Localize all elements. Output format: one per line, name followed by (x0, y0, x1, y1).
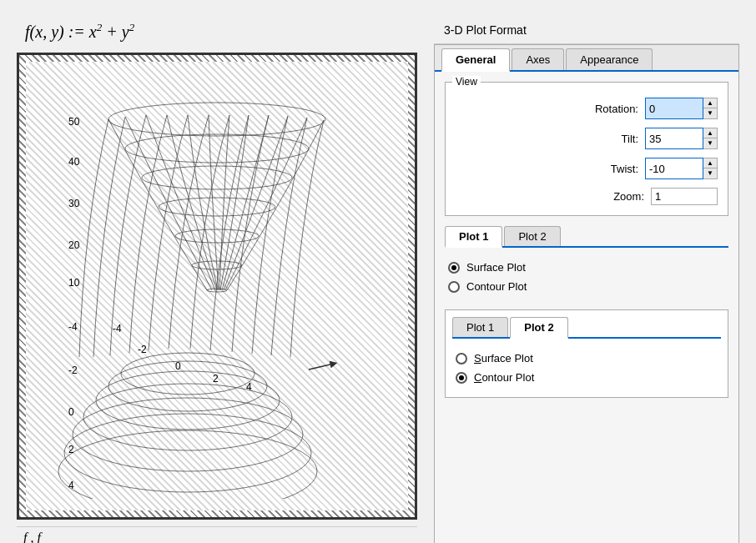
dialog-body: General Axes Appearance View Rotation: ▲… (434, 44, 739, 543)
tab-appearance[interactable]: Appearance (566, 48, 653, 70)
rotation-spinner: ▲ ▼ (645, 98, 718, 119)
svg-text:0: 0 (175, 360, 181, 372)
rotation-up-btn[interactable]: ▲ (703, 98, 717, 108)
svg-point-8 (159, 198, 275, 216)
twist-spinner-btns: ▲ ▼ (703, 158, 718, 179)
svg-text:50: 50 (68, 116, 80, 128)
view-group-label: View (452, 76, 481, 88)
tilt-label: Tilt: (588, 133, 638, 145)
main-tabs-row: General Axes Appearance (435, 45, 738, 72)
twist-spinner: ▲ ▼ (645, 158, 718, 179)
twist-input[interactable] (645, 158, 703, 179)
tilt-row: Tilt: ▲ ▼ (456, 128, 718, 149)
plot2-surface-option[interactable]: Surface Plot (456, 352, 718, 365)
plot2-section: Plot 1 Plot 2 Surface Plot Contour Plot (445, 309, 728, 398)
tilt-spinner: ▲ ▼ (645, 128, 718, 149)
svg-point-5 (108, 103, 325, 136)
tilt-down-btn[interactable]: ▼ (703, 138, 717, 148)
twist-up-btn[interactable]: ▲ (703, 158, 717, 168)
content-area: View Rotation: ▲ ▼ Tilt: (435, 72, 738, 543)
view-group: View Rotation: ▲ ▼ Tilt: (445, 82, 728, 216)
plot1-section: Plot 1 Plot 2 Surface Plot Contour Plot (445, 226, 728, 299)
formula: f(x, y) := x2 + y2 (17, 17, 417, 46)
plot1-surface-option[interactable]: Surface Plot (448, 261, 725, 274)
plot1-surface-label: Surface Plot (466, 261, 526, 274)
zoom-row: Zoom: (456, 188, 718, 205)
right-panel: 3-D Plot Format General Axes Appearance … (434, 17, 739, 543)
plot2-surface-radio[interactable] (456, 353, 467, 365)
svg-point-16 (73, 398, 303, 471)
svg-text:20: 20 (68, 239, 80, 251)
rotation-spinner-btns: ▲ ▼ (703, 98, 718, 119)
plot1-contour-label: Contour Plot (466, 280, 527, 293)
twist-label: Twist: (588, 163, 638, 175)
rotation-input[interactable] (645, 98, 703, 119)
plot1-tab1[interactable]: Plot 1 (445, 226, 502, 248)
plot2-surface-label: Surface Plot (474, 352, 533, 365)
svg-point-17 (64, 414, 311, 492)
plot2-tab2[interactable]: Plot 2 (510, 317, 567, 339)
plot-label: f , f (17, 526, 417, 543)
svg-point-7 (142, 166, 292, 189)
tab-axes[interactable]: Axes (512, 48, 564, 70)
svg-point-13 (108, 361, 267, 411)
dialog-title: 3-D Plot Format (434, 17, 739, 44)
tilt-input[interactable] (645, 128, 703, 149)
plot2-tab1[interactable]: Plot 1 (452, 317, 508, 337)
svg-text:30: 30 (68, 198, 80, 209)
tab-general[interactable]: General (441, 48, 510, 72)
plot1-tabs-row: Plot 1 Plot 2 (445, 226, 728, 248)
svg-point-6 (125, 134, 309, 163)
svg-text:2: 2 (68, 444, 74, 455)
rotation-down-btn[interactable]: ▼ (703, 108, 717, 118)
svg-text:-4: -4 (113, 323, 122, 334)
zoom-input[interactable] (651, 188, 718, 205)
plot2-contour-option[interactable]: Contour Plot (456, 371, 718, 384)
plot-container: 50 40 30 20 10 (17, 53, 417, 520)
rotation-label: Rotation: (588, 103, 638, 115)
svg-line-29 (309, 364, 334, 370)
plot2-contour-label: Contour Plot (474, 371, 534, 384)
svg-point-18 (58, 430, 317, 499)
svg-text:4: 4 (68, 480, 74, 491)
zoom-label: Zoom: (594, 190, 644, 203)
plot2-tabs-row: Plot 1 Plot 2 (452, 317, 721, 339)
svg-text:-4: -4 (68, 321, 78, 333)
plot1-contour-option[interactable]: Contour Plot (448, 280, 725, 293)
svg-text:40: 40 (68, 156, 80, 168)
twist-row: Twist: ▲ ▼ (456, 158, 718, 179)
plot-svg: 50 40 30 20 10 (33, 73, 401, 499)
plot2-contour-radio[interactable] (456, 372, 467, 384)
tilt-up-btn[interactable]: ▲ (703, 128, 717, 138)
plot1-tab2[interactable]: Plot 2 (504, 226, 560, 246)
svg-point-9 (175, 229, 259, 243)
svg-text:4: 4 (246, 381, 252, 393)
rotation-row: Rotation: ▲ ▼ (456, 98, 718, 119)
svg-text:10: 10 (68, 277, 80, 289)
svg-text:0: 0 (68, 406, 74, 418)
plot1-contour-radio[interactable] (448, 281, 460, 293)
svg-point-12 (121, 353, 255, 395)
svg-text:-2: -2 (68, 365, 78, 376)
plot1-radio-group: Surface Plot Contour Plot (445, 254, 728, 299)
svg-text:-2: -2 (138, 344, 147, 355)
twist-down-btn[interactable]: ▼ (703, 168, 717, 178)
plot1-surface-radio[interactable] (448, 262, 460, 274)
plot2-radio-group: Surface Plot Contour Plot (452, 345, 721, 390)
svg-point-15 (83, 384, 292, 450)
tilt-spinner-btns: ▲ ▼ (703, 128, 718, 149)
svg-text:2: 2 (213, 373, 219, 385)
left-panel: f(x, y) := x2 + y2 50 40 30 20 10 (17, 17, 417, 543)
